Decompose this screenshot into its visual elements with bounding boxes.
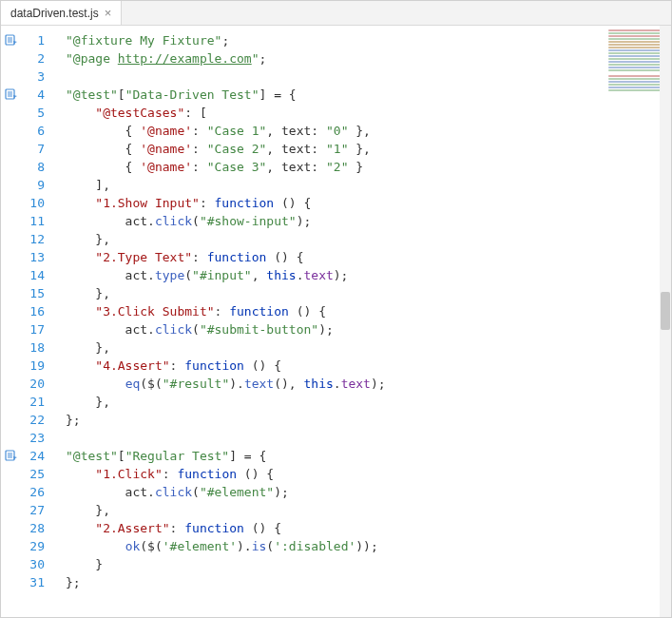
run-gutter-icon[interactable] bbox=[5, 449, 18, 462]
code-line[interactable]: act.click("#show-input"); bbox=[66, 212, 671, 230]
editor-frame: dataDriven.test.js × 1234567891011121314… bbox=[0, 0, 672, 618]
code-line[interactable]: "@page http://example.com"; bbox=[66, 49, 671, 68]
code-line[interactable]: "1.Show Input": function () { bbox=[66, 194, 671, 212]
line-number: 17 bbox=[1, 320, 58, 338]
line-number: 10 bbox=[1, 194, 58, 212]
line-number: 1 bbox=[1, 31, 58, 49]
line-number: 15 bbox=[1, 284, 58, 302]
code-line[interactable]: }; bbox=[66, 411, 671, 429]
code-line[interactable]: }, bbox=[66, 393, 671, 411]
line-number: 28 bbox=[1, 519, 58, 537]
code-line[interactable] bbox=[66, 68, 671, 86]
code-line[interactable]: { '@name': "Case 3", text: "2" } bbox=[66, 158, 671, 176]
line-number: 20 bbox=[1, 375, 58, 393]
line-number: 7 bbox=[1, 140, 58, 158]
line-number: 25 bbox=[1, 465, 58, 483]
file-tab[interactable]: dataDriven.test.js × bbox=[1, 1, 122, 25]
line-number: 31 bbox=[1, 573, 58, 591]
scrollbar-track[interactable] bbox=[660, 26, 671, 617]
line-number: 3 bbox=[1, 68, 58, 86]
code-line[interactable]: { '@name': "Case 1", text: "0" }, bbox=[66, 122, 671, 140]
line-number: 22 bbox=[1, 411, 58, 429]
line-number: 26 bbox=[1, 483, 58, 501]
code-line[interactable]: }, bbox=[66, 338, 671, 357]
line-number: 29 bbox=[1, 537, 58, 555]
code-line[interactable] bbox=[66, 429, 671, 447]
scrollbar-thumb[interactable] bbox=[661, 292, 670, 330]
code-line[interactable]: }, bbox=[66, 284, 671, 302]
code-line[interactable]: eq($("#result").text(), this.text); bbox=[66, 375, 671, 393]
code-line[interactable]: ok($('#element').is(':disabled')); bbox=[66, 537, 671, 555]
file-tab-title: dataDriven.test.js bbox=[10, 7, 99, 20]
code-line[interactable]: "@testCases": [ bbox=[66, 104, 671, 122]
run-gutter-icon[interactable] bbox=[5, 33, 18, 47]
line-number: 5 bbox=[1, 104, 58, 122]
line-number: 18 bbox=[1, 338, 58, 357]
line-number: 24 bbox=[1, 447, 58, 465]
line-number: 14 bbox=[1, 266, 58, 284]
code-line[interactable]: act.click("#submit-button"); bbox=[66, 320, 671, 338]
line-number: 6 bbox=[1, 122, 58, 140]
code-line[interactable]: act.type("#input", this.text); bbox=[66, 266, 671, 284]
code-line[interactable]: "@test"["Data-Driven Test"] = { bbox=[66, 86, 671, 104]
line-number: 12 bbox=[1, 230, 58, 248]
gutter: 1234567891011121314151617181920212223242… bbox=[1, 26, 58, 617]
editor-area[interactable]: 1234567891011121314151617181920212223242… bbox=[1, 26, 671, 617]
line-number: 2 bbox=[1, 49, 58, 68]
tab-bar: dataDriven.test.js × bbox=[1, 1, 671, 26]
code-line[interactable]: "4.Assert": function () { bbox=[66, 357, 671, 375]
code-area[interactable]: "@fixture My Fixture";"@page http://exam… bbox=[58, 26, 671, 617]
code-line[interactable]: } bbox=[66, 555, 671, 573]
code-line[interactable]: "2.Assert": function () { bbox=[66, 519, 671, 537]
line-number: 27 bbox=[1, 501, 58, 519]
code-line[interactable]: act.click("#element"); bbox=[66, 483, 671, 501]
line-number: 16 bbox=[1, 302, 58, 320]
code-line[interactable]: "@test"["Regular Test"] = { bbox=[66, 447, 671, 465]
code-line[interactable]: "2.Type Text": function () { bbox=[66, 248, 671, 266]
line-number: 13 bbox=[1, 248, 58, 266]
close-icon[interactable]: × bbox=[105, 7, 112, 19]
code-line[interactable]: }, bbox=[66, 501, 671, 519]
code-line[interactable]: ], bbox=[66, 176, 671, 194]
code-line[interactable]: }, bbox=[66, 230, 671, 248]
line-number: 11 bbox=[1, 212, 58, 230]
line-number: 30 bbox=[1, 555, 58, 573]
run-gutter-icon[interactable] bbox=[5, 87, 18, 101]
code-line[interactable]: "@fixture My Fixture"; bbox=[66, 31, 671, 49]
code-line[interactable]: }; bbox=[66, 573, 671, 591]
line-number: 4 bbox=[1, 86, 58, 104]
code-line[interactable]: { '@name': "Case 2", text: "1" }, bbox=[66, 140, 671, 158]
line-number: 19 bbox=[1, 357, 58, 375]
line-number: 9 bbox=[1, 176, 58, 194]
line-number: 21 bbox=[1, 393, 58, 411]
code-line[interactable]: "1.Click": function () { bbox=[66, 465, 671, 483]
line-number: 23 bbox=[1, 429, 58, 447]
line-number: 8 bbox=[1, 158, 58, 176]
code-line[interactable]: "3.Click Submit": function () { bbox=[66, 302, 671, 320]
